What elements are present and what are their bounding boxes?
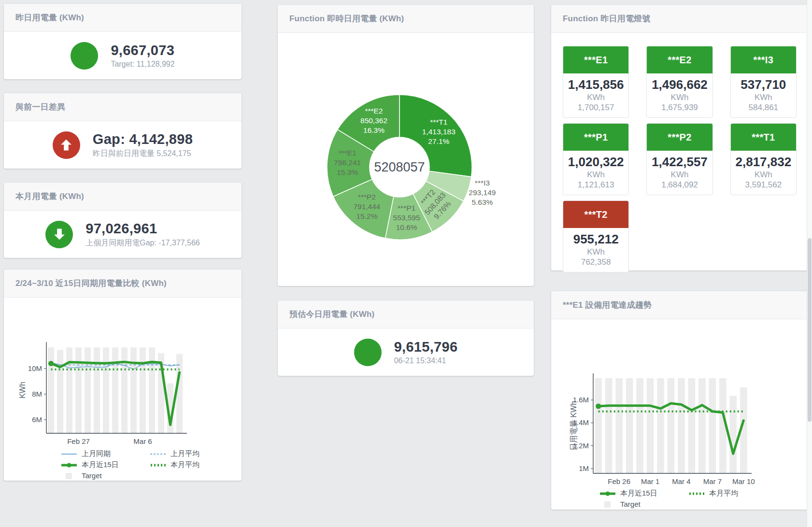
legend-label: 本月平均	[709, 489, 738, 498]
donut-center-value: 5208057	[374, 160, 425, 174]
card-title: 與前一日差異	[15, 101, 65, 113]
x-tick-label: Mar 1	[641, 477, 659, 485]
light-tile-T2: ***T2955,212KWh762,358	[563, 200, 629, 272]
legend-item-本月平均[interactable]: 本月平均	[150, 460, 232, 470]
legend-square-icon	[599, 501, 616, 508]
vertical-scrollbar	[807, 0, 812, 527]
stat-subtext: 昨日與前日用電量 5,524,175	[93, 149, 193, 159]
card-header: 2/24~3/10 近15日同期用電量比較 (KWh)	[4, 270, 242, 298]
lights-grid: ***E11,415,856KWh1,700,157***E21,496,662…	[551, 33, 809, 282]
tile-name: ***T1	[731, 124, 796, 151]
legend-item-Target[interactable]: Target	[61, 471, 143, 480]
card-realtime-donut: Function 即時日用電量 (KWh) ***T11,413,18327.1…	[278, 5, 534, 286]
tile-name: ***P1	[563, 124, 628, 151]
legend-thickline-icon	[61, 462, 77, 469]
tile-body: 1,020,322KWh1,121,613	[563, 151, 628, 195]
legend-dots-icon	[150, 462, 166, 469]
card-day-gap: 與前一日差異 Gap: 4,142,898 昨日與前日用電量 5,524,175	[4, 93, 242, 169]
target-bar	[103, 347, 109, 433]
legend-line-icon	[61, 451, 77, 457]
card-title: 預估今日用電量 (KWh)	[289, 309, 374, 320]
target-bar	[176, 354, 183, 433]
stat-value: 9,615,796	[394, 339, 458, 355]
card-header: 本月用電量 (KWh)	[4, 183, 242, 211]
energy-dashboard: 昨日用電量 (KWh) 9,667,073 Target: 11,128,992…	[0, 0, 812, 527]
tile-target: 584,861	[733, 103, 794, 113]
tile-body: 2,817,832KWh3,591,562	[731, 151, 796, 195]
target-bar	[615, 378, 623, 473]
target-bar	[130, 347, 137, 433]
tile-body: 1,415,856KWh1,700,157	[563, 73, 628, 117]
stat-subtext: Target: 11,128,992	[111, 60, 174, 69]
tile-unit: KWh	[565, 247, 627, 257]
card-header: Function 即時日用電量 (KWh)	[278, 5, 534, 33]
svg-text:***I3293,1495.63%: ***I3293,1495.63%	[469, 179, 496, 206]
stat-value: Gap: 4,142,898	[93, 131, 193, 147]
donut-slice-label: ***I3293,1495.63%	[469, 179, 496, 206]
target-bar	[85, 347, 91, 433]
card-title: ***E1 設備用電達成趨勢	[563, 299, 652, 311]
stat-row: 9,667,073 Target: 11,128,992	[4, 32, 242, 79]
card-yesterday-usage: 昨日用電量 (KWh) 9,667,073 Target: 11,128,992	[4, 4, 242, 79]
tile-value: 2,817,832	[733, 155, 794, 170]
realtime-donut-chart: ***T11,413,18327.1%***I3293,1495.63%***T…	[278, 33, 534, 286]
tile-value: 537,710	[733, 77, 794, 92]
y-tick-label: 1M	[579, 464, 589, 472]
target-bar	[75, 347, 82, 433]
target-bar	[48, 347, 54, 433]
target-bar	[626, 378, 633, 473]
legend-label: 本月近15日	[82, 460, 119, 470]
legend-item-上月平均[interactable]: 上月平均	[150, 449, 232, 458]
tile-body: 537,710KWh584,861	[731, 73, 796, 117]
target-bar	[668, 378, 675, 473]
legend-item-Target[interactable]: Target	[599, 500, 682, 508]
legend-thickline-icon	[599, 490, 616, 497]
tile-target: 3,591,562	[733, 180, 794, 190]
scrollbar-thumb[interactable]	[808, 238, 812, 422]
light-tile-P2: ***P21,422,557KWh1,684,092	[646, 123, 712, 195]
target-bar	[709, 378, 716, 473]
comparison-chart-area: 6M8M10MFeb 27Mar 6KWh上月同期上月平均本月近15日本月平均T…	[4, 298, 242, 481]
card-title: 本月用電量 (KWh)	[15, 191, 84, 202]
legend-item-本月近15日[interactable]: 本月近15日	[61, 460, 143, 470]
card-e1-trend: ***E1 設備用電達成趨勢 1M1.2M1.4M1.6MFeb 26Mar 1…	[551, 291, 809, 510]
x-tick-label: Mar 4	[672, 477, 690, 485]
target-bar	[698, 378, 706, 473]
legend-label: 上月平均	[171, 449, 199, 458]
tile-target: 762,358	[565, 257, 627, 267]
target-bar	[688, 378, 696, 473]
tile-name: ***I3	[731, 46, 796, 73]
card-header: 預估今日用電量 (KWh)	[278, 300, 534, 328]
card-header: ***E1 設備用電達成趨勢	[551, 291, 809, 319]
trend-chart: 1M1.2M1.4M1.6MFeb 26Mar 1Mar 4Mar 7Mar 1…	[551, 319, 809, 486]
arrow-up-icon	[53, 131, 80, 159]
stat-row: Gap: 4,142,898 昨日與前日用電量 5,524,175	[4, 121, 242, 169]
tile-target: 1,700,157	[565, 103, 627, 113]
y-axis-label: 日用電量 KWh	[570, 401, 578, 451]
target-bar	[730, 396, 737, 473]
target-bar	[112, 347, 118, 433]
series-start-dot	[596, 404, 601, 409]
y-tick-label: 10M	[28, 364, 42, 372]
x-tick-label: Feb 26	[608, 477, 630, 485]
legend-item-本月平均[interactable]: 本月平均	[688, 489, 770, 498]
legend-item-本月近15日[interactable]: 本月近15日	[599, 489, 682, 498]
card-header: 與前一日差異	[4, 93, 242, 121]
y-axis-label: KWh	[18, 382, 27, 399]
legend-dash-icon	[150, 451, 166, 457]
tile-name: ***T2	[563, 201, 628, 228]
tile-value: 1,496,662	[649, 77, 710, 92]
compare-chart: 6M8M10MFeb 27Mar 6KWh	[4, 298, 242, 446]
target-bar	[149, 347, 155, 433]
target-bar	[121, 347, 128, 433]
arrow-down-icon	[45, 221, 73, 248]
card-title: Function 即時日用電量 (KWh)	[289, 13, 404, 24]
tile-body: 955,212KWh762,358	[563, 228, 628, 272]
legend-label: Target	[82, 471, 102, 480]
legend-item-上月同期[interactable]: 上月同期	[61, 449, 143, 458]
tile-unit: KWh	[733, 170, 794, 180]
legend-square-icon	[61, 472, 77, 479]
tile-name: ***E2	[647, 46, 712, 73]
legend-label: 本月平均	[171, 460, 199, 470]
tile-name: ***P2	[647, 124, 712, 151]
